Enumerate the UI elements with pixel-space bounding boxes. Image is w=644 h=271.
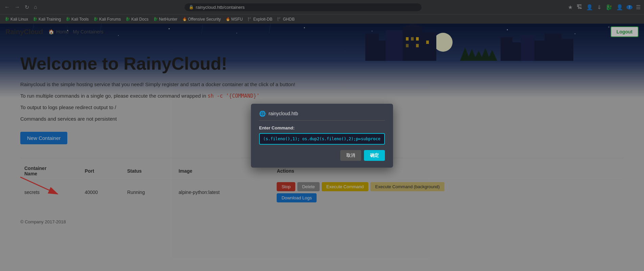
confirm-modal-button[interactable]: 确定	[364, 150, 385, 161]
modal-footer: 取消 确定	[259, 150, 385, 161]
cancel-modal-button[interactable]: 取消	[340, 150, 361, 161]
globe-icon: 🌐	[259, 110, 266, 117]
modal-site-label: rainycloud.htb	[269, 111, 298, 116]
modal-dialog: 🌐 rainycloud.htb Enter Command: 取消 确定	[251, 104, 393, 168]
command-input[interactable]	[259, 133, 385, 145]
modal-header: 🌐 rainycloud.htb	[259, 110, 385, 121]
modal-overlay: 🌐 rainycloud.htb Enter Command: 取消 确定	[0, 0, 644, 271]
modal-prompt-label: Enter Command:	[259, 125, 385, 130]
